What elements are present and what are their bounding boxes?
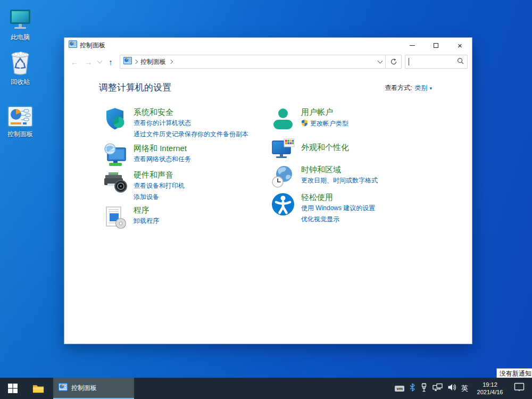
system-tray: vm xyxy=(395,378,532,399)
action-center-icon[interactable] xyxy=(514,383,525,394)
taskbar-item-label: 控制面板 xyxy=(71,384,97,393)
windows-logo-icon xyxy=(8,384,18,393)
view-by-value-link[interactable]: 类别 xyxy=(414,84,427,93)
vmware-tools-tray-icon[interactable]: vm xyxy=(395,386,404,392)
address-dropdown-chevron-icon[interactable] xyxy=(378,59,383,64)
control-panel-window: 控制面板 × ← → ↑ xyxy=(64,37,472,344)
task-link[interactable]: 查看网络状态和任务 xyxy=(134,154,191,164)
ease-of-access-icon[interactable] xyxy=(271,192,295,217)
appearance-personalization-icon[interactable] xyxy=(271,137,295,162)
taskbar-item-control-panel[interactable]: 控制面板 xyxy=(53,378,134,399)
category-appearance-personalization: 外观和个性化 xyxy=(271,137,349,162)
back-button[interactable]: ← xyxy=(68,55,81,69)
hardware-sound-icon[interactable] xyxy=(103,170,128,194)
page-title: 调整计算机的设置 xyxy=(99,81,171,94)
volume-tray-icon[interactable] xyxy=(447,383,456,394)
category-system-security: 系统和安全 查看你的计算机状态 通过文件历史记录保存你的文件备份副本 xyxy=(103,107,248,139)
clock-region-icon[interactable] xyxy=(271,164,295,189)
network-internet-icon[interactable] xyxy=(103,143,128,168)
desktop-icon-this-pc[interactable]: 此电脑 xyxy=(0,6,40,42)
desktop-icon-label: 控制面板 xyxy=(7,130,33,139)
category-title-link[interactable]: 轻松使用 xyxy=(301,193,375,202)
task-link[interactable]: 使用 Windows 建议的设置 xyxy=(301,203,375,213)
close-button[interactable]: × xyxy=(448,38,472,53)
recycle-bin-icon xyxy=(9,51,32,76)
user-accounts-icon[interactable] xyxy=(271,107,295,131)
file-explorer-button[interactable] xyxy=(26,378,51,399)
this-pc-icon xyxy=(7,6,33,31)
start-button[interactable] xyxy=(0,378,26,399)
task-link[interactable]: 查看设备和打印机 xyxy=(134,181,185,191)
view-by-control: 查看方式: 类别 ▾ xyxy=(385,84,432,93)
desktop-icon-recycle-bin[interactable]: 回收站 xyxy=(0,51,40,87)
control-panel-icon xyxy=(7,103,33,128)
task-link[interactable]: 更改日期、时间或数字格式 xyxy=(301,176,378,186)
programs-icon[interactable] xyxy=(103,205,128,229)
up-button[interactable]: ↑ xyxy=(104,55,118,69)
category-title-link[interactable]: 系统和安全 xyxy=(134,107,248,117)
breadcrumb-item[interactable]: 控制面板 xyxy=(140,57,166,66)
search-icon[interactable] xyxy=(457,57,464,66)
display-network-tray-icon[interactable] xyxy=(433,383,443,394)
category-ease-of-access: 轻松使用 使用 Windows 建议的设置 优化视觉显示 xyxy=(271,192,375,225)
category-hardware-sound: 硬件和声音 查看设备和打印机 添加设备 xyxy=(103,170,185,202)
breadcrumb-root-icon[interactable] xyxy=(123,57,132,66)
navigation-bar: ← → ↑ 控制面板 xyxy=(64,53,472,71)
text-caret xyxy=(409,58,409,65)
desktop-icon-label: 回收站 xyxy=(11,78,30,87)
category-title-link[interactable]: 网络和 Internet xyxy=(134,144,191,153)
window-app-icon xyxy=(69,40,77,50)
task-link[interactable]: 查看你的计算机状态 xyxy=(134,118,248,128)
clock-time: 19:12 xyxy=(473,381,507,388)
address-bar[interactable]: 控制面板 xyxy=(120,55,386,69)
category-user-accounts: 用户帐户 xyxy=(271,107,348,131)
desktop-icon-control-panel[interactable]: 控制面板 xyxy=(0,103,40,139)
uac-shield-icon xyxy=(301,119,308,129)
category-clock-region: 时钟和区域 更改日期、时间或数字格式 xyxy=(271,164,378,189)
task-link[interactable]: 卸载程序 xyxy=(134,216,159,226)
desktop-icon-label: 此电脑 xyxy=(11,33,30,42)
view-by-dropdown-arrow-icon[interactable]: ▾ xyxy=(429,86,432,91)
system-security-icon[interactable] xyxy=(103,107,128,131)
category-title-link[interactable]: 时钟和区域 xyxy=(301,165,378,174)
desktop-wallpaper: 此电脑 回收站 xyxy=(0,0,532,399)
category-programs: 程序 卸载程序 xyxy=(103,205,159,229)
input-method-indicator[interactable]: 英 xyxy=(461,384,468,393)
search-input[interactable] xyxy=(405,55,468,69)
folder-icon xyxy=(32,384,44,394)
taskbar-clock[interactable]: 19:12 2021/4/16 xyxy=(473,381,507,396)
taskbar: 控制面板 vm xyxy=(0,378,532,399)
breadcrumb-separator-icon[interactable] xyxy=(169,60,173,64)
bluetooth-tray-icon[interactable] xyxy=(409,383,415,394)
task-link[interactable]: 更改帐户类型 xyxy=(310,119,348,129)
window-title: 控制面板 xyxy=(80,41,105,50)
recent-pages-chevron-icon[interactable] xyxy=(95,55,104,69)
refresh-button[interactable] xyxy=(386,55,402,69)
category-title-link[interactable]: 外观和个性化 xyxy=(301,143,349,152)
title-bar[interactable]: 控制面板 × xyxy=(64,38,472,53)
minimize-button[interactable] xyxy=(400,38,424,53)
task-link[interactable]: 添加设备 xyxy=(134,192,185,202)
maximize-button[interactable] xyxy=(424,38,448,53)
category-title-link[interactable]: 程序 xyxy=(134,205,159,215)
task-link[interactable]: 优化视觉显示 xyxy=(301,214,375,225)
breadcrumb-separator-icon xyxy=(134,60,138,64)
category-title-link[interactable]: 硬件和声音 xyxy=(134,170,185,180)
clock-date: 2021/4/16 xyxy=(473,388,507,396)
category-title-link[interactable]: 用户帐户 xyxy=(301,107,348,117)
control-panel-icon xyxy=(59,383,68,393)
category-network-internet: 网络和 Internet 查看网络状态和任务 xyxy=(103,143,191,168)
usb-safely-remove-tray-icon[interactable] xyxy=(420,383,428,394)
task-link[interactable]: 通过文件历史记录保存你的文件备份副本 xyxy=(134,129,248,139)
control-panel-home: 调整计算机的设置 查看方式: 类别 ▾ xyxy=(64,71,472,344)
view-by-label: 查看方式: xyxy=(385,84,412,93)
forward-button[interactable]: → xyxy=(81,55,95,69)
